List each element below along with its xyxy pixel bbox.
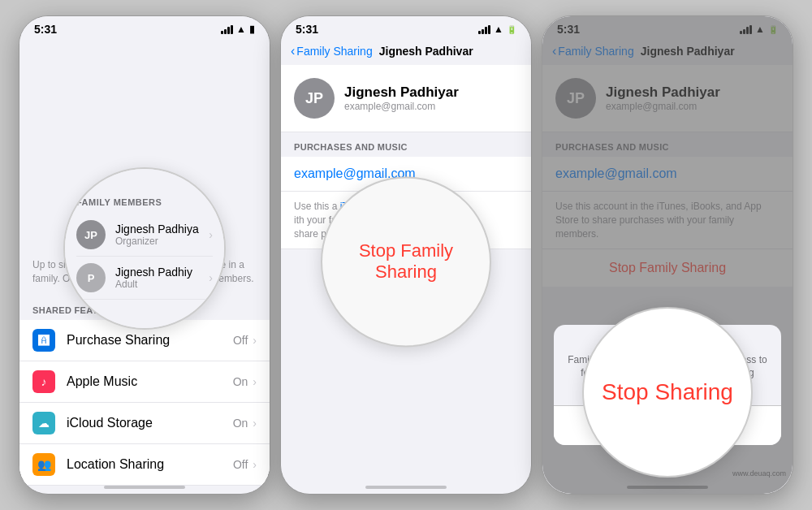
member-row-0[interactable]: JP Jignesh Padhiya Organizer › xyxy=(76,214,213,257)
member-info-0: Jignesh Padhiya Organizer xyxy=(115,223,209,247)
member-row-1[interactable]: P Jignesh Padhiy Adult › xyxy=(76,257,213,300)
purchase-sharing-status: Off xyxy=(233,334,248,347)
home-indicator-3 xyxy=(627,486,708,489)
purchase-sharing-label: Purchase Sharing xyxy=(67,333,233,348)
nav-title-2: Jignesh Padhivar xyxy=(379,45,473,58)
chevron-1: › xyxy=(209,271,213,284)
profile-name-2: Jignesh Padhiyar xyxy=(344,84,459,101)
profile-email-2: example@gmail.com xyxy=(344,101,459,112)
phone-1: 5:31 ▲ ▮ FAMILY MEMBERS JP Jignesh Padhi… xyxy=(19,15,270,495)
magnify-overlay-1: FAMILY MEMBERS JP Jignesh Padhiya Organi… xyxy=(63,167,226,330)
status-bar-2: 5:31 ▲ 🔋 xyxy=(281,16,531,39)
wifi-icon-2: ▲ xyxy=(494,24,503,35)
location-icon: 👥 xyxy=(32,453,55,476)
nav-bar-2: ‹ Family Sharing Jignesh Padhivar xyxy=(281,39,531,65)
home-indicator-2 xyxy=(365,486,447,489)
icloud-icon: ☁ xyxy=(32,412,55,434)
chevron-0: › xyxy=(209,228,213,241)
status-icons-1: ▲ ▮ xyxy=(221,24,255,35)
member-role-0: Organizer xyxy=(115,236,209,247)
feature-icloud-storage[interactable]: ☁ iCloud Storage On › xyxy=(19,403,270,444)
feature-location-sharing[interactable]: 👥 Location Sharing Off › xyxy=(19,444,270,486)
apple-music-status: On xyxy=(233,375,248,388)
member-role-1: Adult xyxy=(115,279,209,290)
music-chevron: › xyxy=(253,375,257,388)
battery-icon: ▮ xyxy=(249,24,255,35)
icloud-chevron: › xyxy=(253,417,257,430)
member-info-1: Jignesh Padhiy Adult xyxy=(115,266,209,290)
back-chevron-2: ‹ xyxy=(291,44,295,58)
purchase-chevron: › xyxy=(253,334,257,347)
icloud-storage-status: On xyxy=(233,417,248,430)
stop-sharing-magnify-text: Stop Sharing xyxy=(602,379,733,405)
profile-section-2: JP Jignesh Padhiyar example@gmail.com xyxy=(281,65,531,132)
magnify-overlay-3: Stop Sharing xyxy=(582,307,753,478)
profile-avatar-2: JP xyxy=(294,78,335,119)
avatar-1: P xyxy=(76,263,106,292)
location-sharing-label: Location Sharing xyxy=(67,457,233,472)
purchase-icon: 🅰 xyxy=(32,329,55,352)
member-name-1: Jignesh Padhiy xyxy=(115,266,209,279)
avatar-0: JP xyxy=(76,220,106,249)
battery-icon-2: 🔋 xyxy=(507,25,516,34)
phone-2: 5:31 ▲ 🔋 ‹ Family Sharing Jignesh Padhiv… xyxy=(280,15,532,495)
signal-icon-2 xyxy=(478,25,490,34)
icloud-storage-label: iCloud Storage xyxy=(67,416,233,430)
feature-list: 🅰 Purchase Sharing Off › ♪ Apple Music O… xyxy=(19,320,270,486)
signal-icon xyxy=(221,25,233,34)
back-label-2: Family Sharing xyxy=(296,45,372,58)
time-2: 5:31 xyxy=(296,23,318,36)
purchases-desc-text-2: Use this a xyxy=(294,201,337,212)
feature-apple-music[interactable]: ♪ Apple Music On › xyxy=(19,361,270,403)
wifi-icon: ▲ xyxy=(236,24,246,35)
location-chevron: › xyxy=(253,458,257,471)
apple-music-label: Apple Music xyxy=(67,374,233,389)
phone-3: 5:31 ▲ 🔋 ‹ Family Sharing Jignesh Padhiy… xyxy=(542,15,793,495)
member-name-0: Jignesh Padhiya xyxy=(115,223,209,236)
home-indicator-1 xyxy=(104,486,185,489)
profile-details-2: Jignesh Padhiyar example@gmail.com xyxy=(344,84,459,112)
watermark: www.deuaq.com xyxy=(732,469,786,478)
status-icons-2: ▲ 🔋 xyxy=(478,24,516,35)
magnify-overlay-2: Stop Family Sharing xyxy=(321,176,491,347)
music-icon: ♪ xyxy=(32,370,55,393)
status-bar-1: 5:31 ▲ ▮ xyxy=(19,16,270,39)
time-1: 5:31 xyxy=(34,23,57,36)
family-members-label: FAMILY MEMBERS xyxy=(76,197,213,207)
location-sharing-status: Off xyxy=(233,458,248,471)
section-label-2: PURCHASES AND MUSIC xyxy=(281,132,531,157)
back-button-2[interactable]: ‹ Family Sharing xyxy=(291,44,373,58)
stop-family-text: Stop Family Sharing xyxy=(322,240,490,283)
